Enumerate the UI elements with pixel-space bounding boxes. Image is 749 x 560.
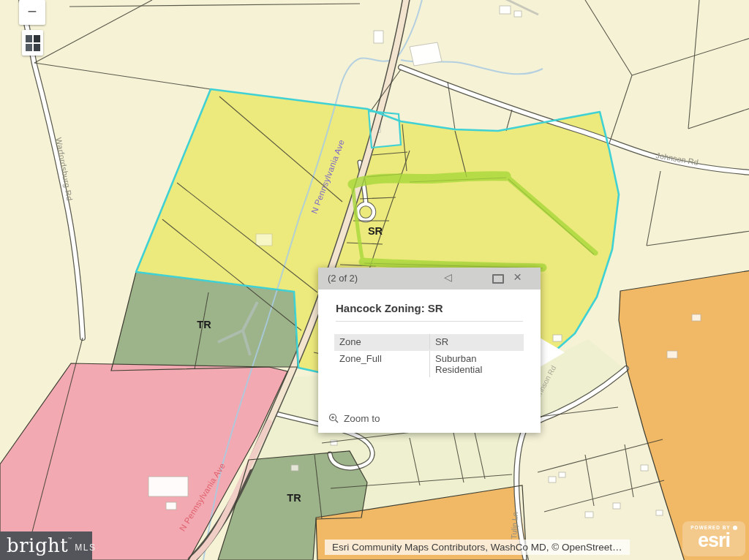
zoom-out-minus-icon: − [28, 4, 37, 20]
zone-label-sr: SR [368, 225, 383, 237]
road-label-tulip: Tulip Ln [509, 512, 519, 540]
popup-pagination: (2 of 2) [328, 273, 358, 284]
basemap-gallery-icon [26, 35, 40, 51]
table-row: Zone SR [334, 334, 524, 351]
field-label: Zone [334, 334, 429, 349]
field-value: SR [429, 334, 524, 349]
zone-label-tr-south: TR [287, 492, 301, 504]
maximize-icon[interactable] [492, 274, 504, 284]
popup-title: Hancock Zoning: SR [336, 302, 523, 314]
map-app: Warfordsburg Rd N Pennsylvania Ave N Pen… [0, 0, 749, 560]
field-label: Zone_Full [334, 351, 429, 366]
mls-wordmark: MLS [75, 542, 96, 553]
zoom-to-label: Zoom to [344, 413, 380, 424]
table-row: Zone_Full Suburban Residential [334, 351, 524, 377]
popup-leader-arrow [540, 332, 569, 374]
feature-popup: (2 of 2) ◁ × Hancock Zoning: SR Zone SR … [318, 268, 541, 433]
bright-mls-logo: bright ™ MLS [0, 531, 92, 560]
field-value: Suburban Residential [429, 351, 524, 377]
zoom-to-button[interactable]: Zoom to [328, 413, 380, 424]
previous-feature-icon[interactable]: ◁ [444, 271, 452, 283]
powered-by-esri-logo: POWERED BY esri [682, 521, 745, 556]
trademark-symbol: ™ [67, 537, 72, 541]
esri-wordmark: esri [682, 531, 745, 550]
zone-label-tr-west: TR [197, 319, 211, 330]
esri-globe-icon [733, 526, 737, 530]
close-icon[interactable]: × [513, 269, 522, 285]
attribute-table: Zone SR Zone_Full Suburban Residential [334, 334, 524, 377]
popup-titlebar[interactable]: (2 of 2) ◁ × [318, 268, 541, 290]
magnifier-plus-icon [328, 413, 339, 424]
basemap-gallery-button[interactable] [22, 30, 43, 56]
map-attribution: Esri Community Maps Contributors, WashCo… [325, 540, 630, 555]
popup-divider [336, 321, 523, 322]
zoom-out-button[interactable]: − [19, 0, 45, 25]
bright-wordmark: bright [7, 531, 68, 560]
